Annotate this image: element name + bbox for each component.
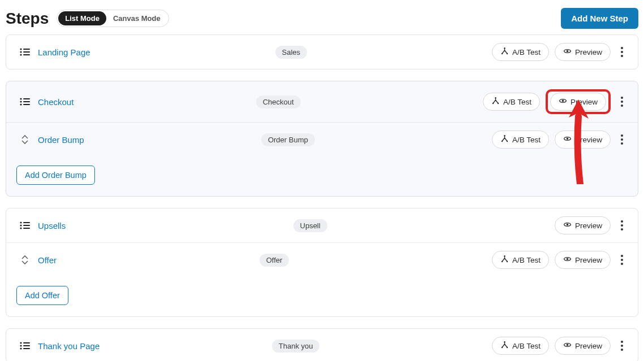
step-name-offer[interactable]: Offer — [38, 255, 57, 265]
preview-label: Preview — [575, 48, 602, 56]
preview-label: Preview — [570, 98, 598, 106]
eye-icon — [563, 47, 572, 57]
preview-button[interactable]: Preview — [555, 251, 611, 269]
step-row-checkout: Checkout Checkout A/B Test Preview — [6, 81, 638, 123]
more-menu-button[interactable] — [616, 94, 628, 109]
step-group-upsells: Upsells Upsell Preview Offer Offer A/B T… — [6, 208, 638, 317]
add-order-bump-button[interactable]: Add Order Bump — [16, 166, 95, 185]
step-row-landing: Landing Page Sales A/B Test Preview — [6, 35, 638, 69]
step-group-landing: Landing Page Sales A/B Test Preview — [6, 34, 638, 69]
ab-test-label: A/B Test — [512, 48, 541, 56]
preview-button[interactable]: Preview — [555, 43, 611, 61]
preview-callout: Preview — [546, 89, 611, 114]
eye-icon — [563, 255, 572, 265]
step-name-upsells[interactable]: Upsells — [38, 221, 66, 230]
ab-test-icon — [491, 97, 500, 107]
add-new-step-button[interactable]: Add New Step — [561, 8, 638, 29]
preview-button[interactable]: Preview — [555, 131, 611, 149]
ab-test-label: A/B Test — [512, 342, 541, 350]
step-row-thankyou: Thank you Page Thank you A/B Test Previe… — [6, 329, 638, 361]
badge-upsell: Upsell — [293, 219, 327, 232]
ab-test-button[interactable]: A/B Test — [483, 93, 540, 111]
badge-order-bump: Order Bump — [261, 133, 315, 146]
mode-toggle: List Mode Canvas Mode — [57, 10, 168, 27]
page-title: Steps — [6, 10, 49, 28]
step-row-order-bump: Order Bump Order Bump A/B Test Preview — [6, 123, 638, 156]
reorder-handle[interactable] — [16, 134, 33, 145]
eye-icon — [559, 97, 567, 107]
ab-test-icon — [500, 255, 509, 265]
step-row-offer: Offer Offer A/B Test Preview — [6, 243, 638, 277]
drag-handle-icon[interactable] — [16, 46, 33, 58]
preview-button[interactable]: Preview — [555, 216, 611, 234]
step-row-upsells: Upsells Upsell Preview — [6, 208, 638, 243]
preview-label: Preview — [575, 342, 602, 350]
badge-thankyou: Thank you — [272, 340, 320, 353]
ab-test-icon — [500, 134, 509, 145]
ab-test-button[interactable]: A/B Test — [492, 43, 549, 61]
reorder-handle[interactable] — [16, 255, 33, 265]
ab-test-icon — [500, 341, 509, 351]
eye-icon — [563, 341, 572, 351]
step-group-thankyou: Thank you Page Thank you A/B Test Previe… — [6, 328, 638, 361]
badge-offer: Offer — [260, 254, 289, 267]
ab-test-button[interactable]: A/B Test — [492, 251, 549, 269]
ab-test-label: A/B Test — [503, 98, 531, 106]
step-name-checkout[interactable]: Checkout — [38, 97, 74, 107]
list-mode-button[interactable]: List Mode — [58, 11, 106, 25]
step-name-order-bump[interactable]: Order Bump — [38, 135, 84, 145]
more-menu-button[interactable] — [616, 218, 628, 233]
ab-test-icon — [500, 47, 509, 57]
ab-test-label: A/B Test — [512, 256, 541, 264]
add-offer-button[interactable]: Add Offer — [16, 286, 68, 305]
step-name-thankyou[interactable]: Thank you Page — [38, 341, 100, 351]
badge-checkout: Checkout — [256, 95, 301, 108]
ab-test-button[interactable]: A/B Test — [492, 131, 549, 149]
drag-handle-icon[interactable] — [16, 340, 33, 351]
preview-label: Preview — [575, 221, 602, 230]
ab-test-label: A/B Test — [512, 136, 541, 144]
more-menu-button[interactable] — [616, 45, 628, 59]
more-menu-button[interactable] — [616, 338, 628, 353]
step-group-checkout: Checkout Checkout A/B Test Preview Order… — [6, 81, 638, 197]
preview-button[interactable]: Preview — [550, 93, 606, 111]
badge-sales: Sales — [275, 46, 308, 59]
preview-button[interactable]: Preview — [555, 337, 611, 355]
ab-test-button[interactable]: A/B Test — [492, 337, 549, 355]
preview-label: Preview — [575, 256, 602, 264]
step-name-landing[interactable]: Landing Page — [38, 47, 90, 57]
eye-icon — [563, 134, 572, 145]
drag-handle-icon[interactable] — [16, 96, 33, 107]
more-menu-button[interactable] — [616, 253, 628, 267]
more-menu-button[interactable] — [616, 132, 628, 147]
preview-label: Preview — [575, 136, 602, 144]
eye-icon — [563, 220, 572, 230]
canvas-mode-button[interactable]: Canvas Mode — [106, 11, 167, 25]
drag-handle-icon[interactable] — [16, 220, 33, 231]
